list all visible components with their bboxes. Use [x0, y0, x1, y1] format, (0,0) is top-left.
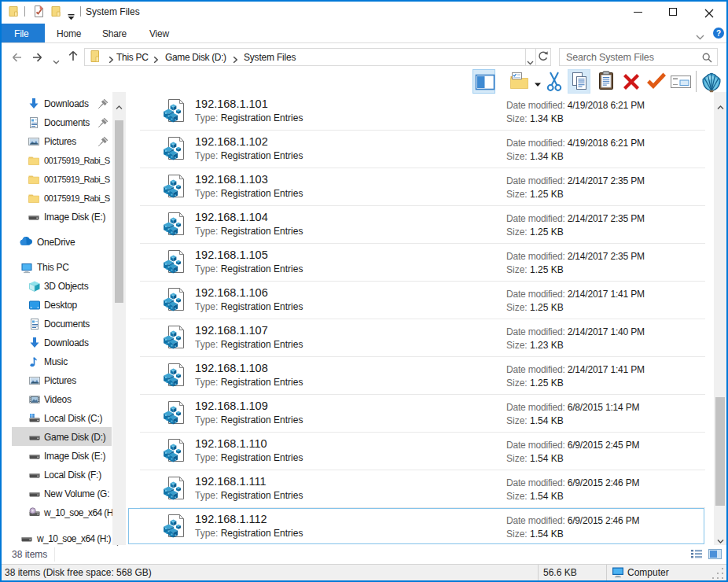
svg-text:?: ?	[716, 29, 721, 38]
